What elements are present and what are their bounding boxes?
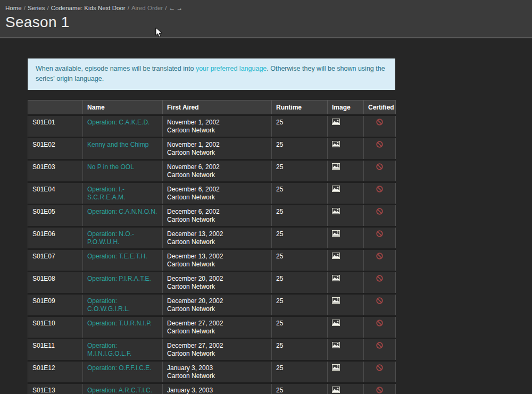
image-cell xyxy=(328,294,364,316)
first-aired-cell: November 6, 2002 Cartoon Network xyxy=(163,160,272,182)
episode-id: S01E05 xyxy=(28,204,83,227)
image-icon[interactable] xyxy=(332,297,340,304)
image-icon[interactable] xyxy=(332,253,340,259)
image-icon[interactable] xyxy=(332,230,340,237)
image-icon[interactable] xyxy=(332,186,340,192)
certified-cell xyxy=(364,316,396,338)
image-cell xyxy=(328,137,364,160)
episode-id: S01E11 xyxy=(28,338,83,361)
episode-name-link[interactable]: Operation: T.E.E.T.H. xyxy=(87,253,147,260)
ban-icon xyxy=(376,253,383,259)
network-name: Cartoon Network xyxy=(167,127,267,135)
image-icon[interactable] xyxy=(332,163,340,170)
first-aired-date: December 20, 2002 xyxy=(167,297,267,305)
episodes-table: Name First Aired Runtime Image Certified… xyxy=(28,100,396,394)
episode-name-link[interactable]: Operation: A.R.C.T.I.C. xyxy=(87,387,152,394)
episode-name-link[interactable]: Operation: C.A.N.N.O.N. xyxy=(87,208,157,215)
episode-id: S01E09 xyxy=(28,294,83,316)
runtime-cell: 25 xyxy=(272,160,328,182)
episode-id: S01E12 xyxy=(28,361,83,383)
episode-id: S01E08 xyxy=(28,271,83,294)
breadcrumb-show[interactable]: Codename: Kids Next Door xyxy=(51,5,126,11)
network-name: Cartoon Network xyxy=(167,305,267,313)
first-aired-cell: December 6, 2002 Cartoon Network xyxy=(163,204,272,227)
next-season-arrow-icon[interactable]: → xyxy=(177,4,183,12)
episode-name-cell: Operation: M.I.N.I.G.O.L.F. xyxy=(83,338,163,361)
image-cell xyxy=(328,160,364,182)
certified-cell xyxy=(364,294,396,316)
image-icon[interactable] xyxy=(332,275,340,281)
episode-name-link[interactable]: No P in the OOL xyxy=(87,163,134,171)
breadcrumb-series[interactable]: Series xyxy=(28,5,45,11)
ban-icon xyxy=(376,387,383,393)
ban-icon xyxy=(376,297,383,304)
episode-name-link[interactable]: Operation: M.I.N.I.G.O.L.F. xyxy=(87,342,131,357)
page-header: Home/Series/Codename: Kids Next Door/Air… xyxy=(0,0,532,38)
first-aired-date: December 27, 2002 xyxy=(167,320,267,328)
runtime-cell: 25 xyxy=(272,137,328,160)
runtime-cell: 25 xyxy=(272,316,328,338)
network-name: Cartoon Network xyxy=(167,283,267,291)
episode-row: S01E07 Operation: T.E.E.T.H. December 13… xyxy=(28,249,396,271)
episode-name-link[interactable]: Operation: I.-S.C.R.E.A.M. xyxy=(87,186,125,201)
network-name: Cartoon Network xyxy=(167,372,267,380)
certified-cell xyxy=(364,137,396,160)
episode-name-cell: No P in the OOL xyxy=(83,160,163,182)
episode-row: S01E13 Operation: A.R.C.T.I.C. January 3… xyxy=(28,383,396,394)
first-aired-date: December 13, 2002 xyxy=(167,230,267,238)
image-icon[interactable] xyxy=(332,320,340,326)
certified-cell xyxy=(364,271,396,294)
first-aired-date: December 6, 2002 xyxy=(167,186,267,194)
image-icon[interactable] xyxy=(332,141,340,147)
episode-id: S01E03 xyxy=(28,160,83,182)
episode-name-link[interactable]: Operation: C.O.W.G.I.R.L. xyxy=(87,297,130,313)
episode-name-link[interactable]: Kenny and the Chimp xyxy=(87,141,148,148)
certified-cell xyxy=(364,160,396,182)
image-icon[interactable] xyxy=(332,364,340,371)
first-aired-cell: December 20, 2002 Cartoon Network xyxy=(163,271,272,294)
col-header-episode xyxy=(28,100,83,115)
episode-name-link[interactable]: Operation: C.A.K.E.D. xyxy=(87,119,149,126)
main-content: When available, episode names will be tr… xyxy=(0,38,532,394)
certified-cell xyxy=(364,338,396,361)
runtime-cell: 25 xyxy=(272,271,328,294)
breadcrumb: Home/Series/Codename: Kids Next Door/Air… xyxy=(5,4,532,12)
episode-name-link[interactable]: Operation: O.F.F.I.C.E. xyxy=(87,364,152,372)
ban-icon xyxy=(376,119,383,125)
first-aired-cell: December 27, 2002 Cartoon Network xyxy=(163,316,272,338)
runtime-cell: 25 xyxy=(272,338,328,361)
image-cell xyxy=(328,204,364,227)
runtime-cell: 25 xyxy=(272,227,328,249)
episode-id: S01E07 xyxy=(28,249,83,271)
image-cell xyxy=(328,338,364,361)
network-name: Cartoon Network xyxy=(167,261,267,269)
episode-name-link[interactable]: Operation: P.I.R.A.T.E. xyxy=(87,275,151,282)
network-name: Cartoon Network xyxy=(167,194,267,202)
image-icon[interactable] xyxy=(332,119,340,125)
episode-id: S01E10 xyxy=(28,316,83,338)
episode-row: S01E06 Operation: N.O.-P.O.W.U.H. Decemb… xyxy=(28,227,396,249)
image-icon[interactable] xyxy=(332,387,340,393)
episode-name-link[interactable]: Operation: N.O.-P.O.W.U.H. xyxy=(87,230,134,246)
episode-name-link[interactable]: Operation: T.U.R.N.I.P. xyxy=(87,320,152,327)
certified-cell xyxy=(364,115,396,137)
certified-cell xyxy=(364,227,396,249)
first-aired-cell: December 6, 2002 Cartoon Network xyxy=(163,182,272,204)
prev-season-arrow-icon[interactable]: ← xyxy=(169,4,176,12)
episode-id: S01E06 xyxy=(28,227,83,249)
image-cell xyxy=(328,361,364,383)
episode-row: S01E02 Kenny and the Chimp November 1, 2… xyxy=(28,137,396,160)
ban-icon xyxy=(376,342,383,349)
alert-text-start: When available, episode names will be tr… xyxy=(36,65,196,72)
first-aired-date: January 3, 2003 xyxy=(167,387,267,394)
runtime-cell: 25 xyxy=(272,204,328,227)
episode-name-cell: Kenny and the Chimp xyxy=(83,137,163,160)
first-aired-cell: December 13, 2002 Cartoon Network xyxy=(163,227,272,249)
info-alert: When available, episode names will be tr… xyxy=(28,58,395,90)
preferred-language-link[interactable]: your preferred language xyxy=(196,65,267,72)
image-icon[interactable] xyxy=(332,342,340,348)
image-icon[interactable] xyxy=(332,208,340,214)
episode-name-cell: Operation: P.I.R.A.T.E. xyxy=(83,271,163,294)
certified-cell xyxy=(364,383,396,394)
breadcrumb-home[interactable]: Home xyxy=(5,5,22,11)
